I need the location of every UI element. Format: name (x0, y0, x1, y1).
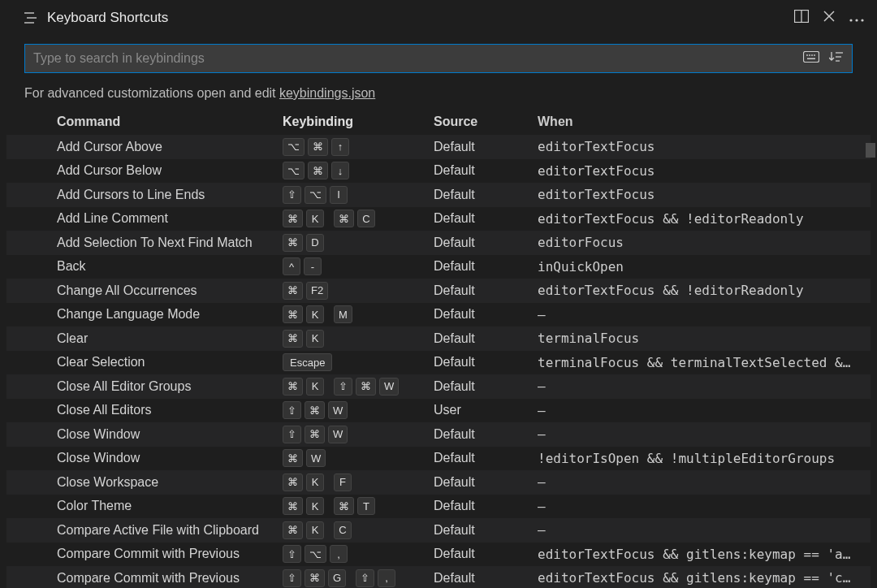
table-row[interactable]: Close Workspace⌘KFDefault— (6, 470, 871, 495)
table-row[interactable]: Add Cursor Below⌥⌘↓DefaulteditorTextFocu… (6, 159, 871, 184)
table-row[interactable]: Clear⌘KDefaultterminalFocus (6, 326, 871, 351)
key-cap: C (334, 521, 352, 539)
when-cell: editorTextFocus (538, 163, 871, 179)
table-row[interactable]: Compare Commit with Previous⇧⌥,Defaulted… (6, 543, 871, 567)
keybinding-cell: ⇧⌘W (283, 401, 434, 419)
command-cell: Change All Occurrences (57, 283, 283, 298)
hint-text: For advanced customizations open and edi… (0, 73, 877, 109)
table-row[interactable]: Close All Editors⇧⌘WUser— (6, 399, 871, 423)
keybinding-cell: ⇧⌘G⇧, (283, 569, 434, 587)
key-cap: W (306, 449, 326, 467)
command-cell: Add Cursor Above (57, 140, 283, 154)
table-row[interactable]: Add Line Comment⌘K⌘CDefaulteditorTextFoc… (6, 207, 871, 231)
svg-rect-15 (807, 58, 815, 60)
table-row[interactable]: Close Window⌘WDefault!editorIsOpen && !m… (6, 447, 871, 471)
key-cap: ⌘ (283, 210, 303, 227)
keybinding-cell: ⇧⌥, (283, 545, 434, 563)
table-row[interactable]: Close All Editor Groups⌘K⇧⌘WDefault— (6, 374, 871, 399)
close-icon[interactable] (823, 11, 835, 25)
keybinding-cell: ⇧⌘W (283, 426, 434, 443)
table-row[interactable]: Compare Commit with Previous⇧⌘G⇧,Default… (6, 566, 871, 588)
when-cell: editorTextFocus && gitlens:keymap == 'ch… (538, 570, 871, 586)
header-command[interactable]: Command (57, 115, 283, 129)
key-cap: ⇧ (283, 401, 301, 419)
command-cell: Close All Editors (57, 403, 283, 417)
command-cell: Add Selection To Next Find Match (57, 236, 283, 250)
source-cell: Default (434, 188, 538, 202)
key-cap: K (306, 378, 324, 396)
table-row[interactable]: Change All Occurrences⌘F2DefaulteditorTe… (6, 279, 871, 303)
key-cap: W (379, 378, 399, 396)
source-cell: Default (434, 259, 538, 274)
when-cell: — (538, 499, 871, 514)
when-cell: editorTextFocus (538, 139, 871, 154)
keybindings-json-link[interactable]: keybindings.json (279, 86, 375, 100)
source-cell: Default (434, 283, 538, 298)
key-cap: ⌘ (308, 138, 328, 156)
key-cap: ⌘ (283, 305, 303, 323)
key-cap: ⌥ (283, 162, 305, 179)
command-cell: Clear (57, 331, 283, 346)
key-cap: , (330, 545, 348, 563)
header-source[interactable]: Source (434, 115, 538, 129)
key-cap: I (330, 186, 348, 204)
key-cap: ⌘ (283, 449, 303, 467)
when-cell: inQuickOpen (538, 259, 871, 275)
key-cap: ⇧ (356, 569, 374, 587)
key-cap: K (306, 305, 324, 323)
when-cell: terminalFocus (538, 331, 871, 346)
keybinding-cell: ⌘K⌘T (283, 497, 434, 515)
search-box[interactable] (24, 44, 853, 73)
table-row[interactable]: Add Cursor Above⌥⌘↑DefaulteditorTextFocu… (6, 135, 871, 159)
key-cap: K (306, 210, 324, 227)
table-row[interactable]: Change Language Mode⌘KMDefault— (6, 303, 871, 327)
titlebar: Keyboard Shortcuts (0, 0, 877, 36)
command-cell: Color Theme (57, 499, 283, 513)
table-row[interactable]: Back^-DefaultinQuickOpen (6, 255, 871, 279)
command-cell: Back (57, 259, 283, 274)
table-row[interactable]: Clear SelectionEscapeDefaultterminalFocu… (6, 351, 871, 375)
source-cell: Default (434, 475, 538, 490)
source-cell: Default (434, 571, 538, 586)
table-row[interactable]: Add Selection To Next Find Match⌘DDefaul… (6, 231, 871, 255)
when-cell: editorTextFocus && gitlens:keymap == 'al… (538, 547, 871, 562)
when-cell: !editorIsOpen && !multipleEditorGroups (538, 451, 871, 466)
key-cap: ⌘ (283, 497, 303, 515)
key-cap: ⌘ (283, 378, 303, 396)
key-cap: , (378, 569, 395, 587)
header-when[interactable]: When (538, 115, 871, 129)
key-cap: ⌘ (305, 426, 325, 443)
key-cap: ⇧ (283, 426, 301, 443)
source-cell: Default (434, 355, 538, 370)
split-editor-icon[interactable] (794, 10, 809, 26)
key-cap: ⇧ (283, 569, 301, 587)
key-cap: ⌘ (283, 282, 303, 300)
table-row[interactable]: Color Theme⌘K⌘TDefault— (6, 495, 871, 519)
key-cap: ⌥ (305, 186, 326, 204)
sort-icon[interactable] (829, 50, 844, 67)
header-keybinding[interactable]: Keybinding (283, 115, 434, 129)
table-row[interactable]: Close Window⇧⌘WDefault— (6, 422, 871, 447)
scrollbar-thumb[interactable] (866, 143, 875, 158)
when-cell: editorTextFocus && !editorReadonly (538, 283, 871, 298)
table-row[interactable]: Add Cursors to Line Ends⇧⌥IDefaulteditor… (6, 183, 871, 207)
svg-rect-10 (804, 52, 819, 63)
menu-icon[interactable] (24, 12, 37, 24)
source-cell: Default (434, 331, 538, 346)
svg-point-8 (855, 19, 858, 21)
search-input[interactable] (33, 51, 797, 66)
when-cell: — (538, 426, 871, 442)
page-title: Keyboard Shortcuts (47, 10, 168, 26)
record-keys-icon[interactable] (803, 51, 819, 66)
key-cap: ⌘ (283, 330, 303, 348)
keybinding-cell: ^- (283, 257, 434, 275)
when-cell: — (538, 307, 871, 322)
keybinding-cell: Escape (283, 353, 434, 371)
key-cap: ⇧ (334, 378, 352, 396)
source-cell: Default (434, 307, 538, 322)
key-cap: Escape (283, 353, 332, 371)
when-cell: editorTextFocus (538, 187, 871, 202)
keybinding-cell: ⌘K⇧⌘W (283, 378, 434, 396)
table-row[interactable]: Compare Active File with Clipboard⌘KCDef… (6, 518, 871, 543)
more-icon[interactable] (849, 11, 864, 25)
